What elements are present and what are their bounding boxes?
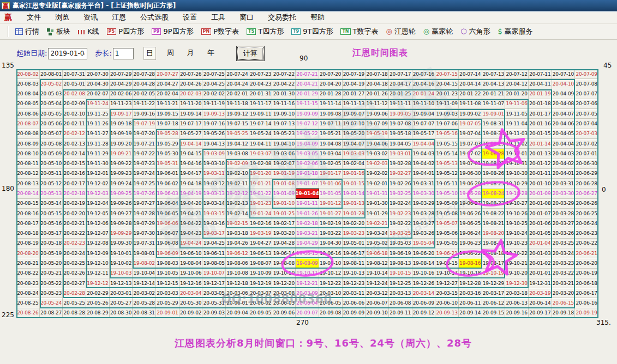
date-cell[interactable]: 20-04-17 xyxy=(389,79,412,89)
date-cell[interactable]: 20-06-29 xyxy=(575,169,598,179)
date-cell[interactable]: 20-08-16 xyxy=(16,209,40,219)
date-cell[interactable]: 19-05-07 xyxy=(435,219,459,228)
date-cell[interactable]: 20-01-01 xyxy=(529,269,552,278)
date-cell[interactable]: 20-01-23 xyxy=(435,89,459,99)
date-cell[interactable]: 19-04-11 xyxy=(249,139,273,149)
toolbar-button-winner-wheel[interactable]: ◎赢家轮 xyxy=(423,27,453,37)
date-cell[interactable]: 19-10-02 xyxy=(110,258,133,268)
date-cell[interactable]: 19-07-10 xyxy=(343,119,366,129)
date-cell[interactable]: 20-08-27 xyxy=(40,308,63,318)
date-cell[interactable]: 19-03-23 xyxy=(343,228,366,238)
date-cell[interactable]: 20-07-10 xyxy=(552,69,576,79)
date-cell[interactable]: 20-03-16 xyxy=(459,288,482,298)
date-cell[interactable]: 20-07-17 xyxy=(389,69,412,79)
date-cell[interactable]: 19-07-18 xyxy=(156,119,179,129)
date-cell[interactable]: 20-01-10 xyxy=(529,179,552,189)
date-cell[interactable]: 20-06-28 xyxy=(575,179,598,189)
date-cell[interactable]: 20-01-05 xyxy=(529,228,552,238)
date-cell[interactable]: 20-09-19 xyxy=(575,308,598,318)
date-cell[interactable]: 19-02-11 xyxy=(226,179,249,189)
date-cell[interactable]: 20-02-11 xyxy=(63,119,86,129)
date-cell[interactable]: 19-02-15 xyxy=(226,219,249,228)
date-cell[interactable]: 20-03-26 xyxy=(552,228,576,238)
date-cell[interactable]: 19-05-02 xyxy=(366,239,389,248)
date-cell[interactable]: 19-03-06 xyxy=(272,149,296,159)
date-cell[interactable]: 19-08-30 xyxy=(482,129,506,139)
date-cell[interactable]: 19-09-18 xyxy=(110,119,133,129)
date-cell[interactable]: 20-05-09 xyxy=(40,149,63,159)
date-cell[interactable]: 19-02-07 xyxy=(272,159,296,169)
date-cell[interactable]: 20-06-01 xyxy=(226,298,249,308)
date-cell[interactable]: 20-08-06 xyxy=(16,109,40,119)
date-cell[interactable]: 19-04-12 xyxy=(226,139,249,149)
date-cell[interactable]: 20-03-15 xyxy=(435,288,459,298)
date-cell[interactable]: 20-05-22 xyxy=(40,278,63,288)
date-cell[interactable]: 20-04-06 xyxy=(552,119,576,129)
date-cell[interactable]: 19-11-22 xyxy=(133,99,156,109)
date-cell[interactable]: 20-04-18 xyxy=(366,79,389,89)
date-cell[interactable]: 19-10-11 xyxy=(296,269,319,278)
date-cell[interactable]: 19-07-22 xyxy=(133,149,156,159)
date-cell[interactable]: 19-11-18 xyxy=(226,99,249,109)
date-cell[interactable]: 20-05-15 xyxy=(40,209,63,219)
date-cell[interactable]: 20-09-05 xyxy=(249,308,273,318)
date-cell[interactable]: 19-11-19 xyxy=(202,99,226,109)
date-cell[interactable]: 20-04-27 xyxy=(156,79,179,89)
date-cell[interactable]: 19-06-16 xyxy=(319,248,343,258)
date-cell[interactable]: 19-03-04 xyxy=(319,149,343,159)
date-cell[interactable]: 20-04-09 xyxy=(552,89,576,99)
menu-item[interactable]: 江恩 xyxy=(105,13,133,22)
date-cell[interactable]: 20-05-07 xyxy=(40,129,63,139)
date-cell[interactable]: 19-04-07 xyxy=(343,139,366,149)
date-cell[interactable]: 20-06-07 xyxy=(366,298,389,308)
date-cell[interactable]: 19-10-19 xyxy=(482,269,506,278)
unit-option[interactable]: 年 xyxy=(205,47,217,60)
date-cell[interactable]: 19-08-22 xyxy=(482,209,506,219)
date-cell[interactable]: 20-03-24 xyxy=(552,248,576,258)
date-cell[interactable]: 19-10-30 xyxy=(505,169,529,179)
date-cell[interactable]: 19-11-06 xyxy=(505,99,529,109)
date-cell[interactable]: 20-05-28 xyxy=(133,298,156,308)
date-cell[interactable]: 19-06-03 xyxy=(156,189,179,198)
date-cell[interactable]: 19-04-06 xyxy=(366,139,389,149)
date-cell[interactable]: 20-01-31 xyxy=(249,89,273,99)
date-cell[interactable]: 19-09-14 xyxy=(179,109,203,119)
date-cell[interactable]: 20-02-29 xyxy=(86,288,110,298)
date-cell[interactable]: 20-01-21 xyxy=(482,89,506,99)
date-cell[interactable]: 20-07-24 xyxy=(226,69,249,79)
date-cell[interactable]: 19-12-12 xyxy=(86,278,110,288)
date-cell[interactable]: 19-07-03 xyxy=(459,139,482,149)
date-cell[interactable]: 20-02-28 xyxy=(63,288,86,298)
date-cell[interactable]: 19-05-27 xyxy=(179,129,203,139)
date-cell[interactable]: 19-09-29 xyxy=(110,228,133,238)
date-cell[interactable]: 19-10-26 xyxy=(505,209,529,219)
date-cell[interactable]: 20-06-19 xyxy=(575,269,598,278)
toolbar-button-kline[interactable]: K线 xyxy=(78,27,99,37)
date-cell[interactable]: 20-06-12 xyxy=(482,298,506,308)
date-cell[interactable]: 19-06-05 xyxy=(156,209,179,219)
date-cell[interactable]: 20-08-03 xyxy=(16,79,40,89)
date-cell[interactable]: 19-03-29 xyxy=(412,199,436,209)
date-cell[interactable]: 20-02-13 xyxy=(63,139,86,149)
date-cell[interactable]: 20-04-12 xyxy=(505,79,529,89)
date-cell[interactable]: 19-06-02 xyxy=(156,179,179,189)
date-cell[interactable]: 19-04-04 xyxy=(412,139,436,149)
date-cell[interactable]: 20-04-10 xyxy=(552,79,576,89)
date-cell[interactable]: 19-07-29 xyxy=(133,219,156,228)
date-cell[interactable]: 19-11-05 xyxy=(505,109,529,119)
menu-item[interactable]: 窗口 xyxy=(232,13,261,22)
date-cell[interactable]: 20-01-29 xyxy=(296,89,319,99)
date-cell[interactable]: 19-09-07 xyxy=(343,109,366,119)
date-cell[interactable]: 19-07-27 xyxy=(133,199,156,209)
date-cell[interactable]: 19-10-15 xyxy=(389,269,412,278)
date-cell[interactable]: 20-04-13 xyxy=(482,79,506,89)
unit-option[interactable]: 周 xyxy=(165,47,176,60)
date-cell[interactable]: 19-11-09 xyxy=(435,99,459,109)
date-cell[interactable]: 19-05-18 xyxy=(389,129,412,139)
date-cell[interactable]: 19-11-01 xyxy=(505,149,529,159)
date-cell[interactable]: 19-08-06 xyxy=(226,258,249,268)
date-cell[interactable]: 19-03-26 xyxy=(412,228,436,238)
date-cell[interactable]: 20-08-17 xyxy=(16,219,40,228)
date-cell[interactable]: 20-02-18 xyxy=(63,189,86,198)
calculate-button[interactable]: 计算 xyxy=(236,46,265,61)
